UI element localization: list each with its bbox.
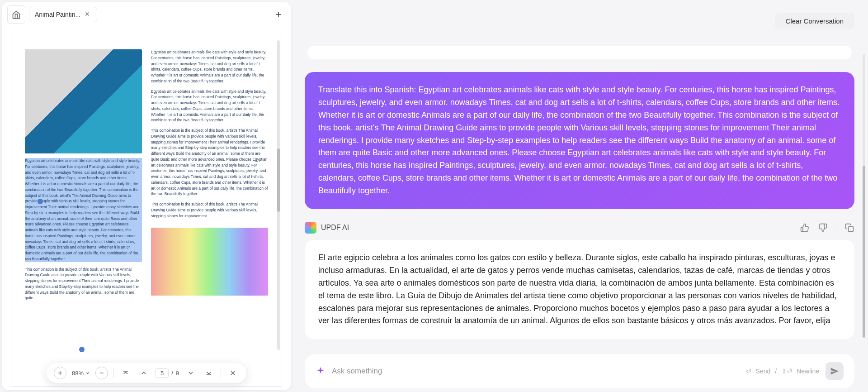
ai-name-label: UPDF AI bbox=[321, 224, 349, 232]
thumbs-up-icon bbox=[800, 223, 809, 232]
enter-key-icon: ⏎ bbox=[746, 368, 751, 375]
selection-handle-end[interactable] bbox=[79, 347, 85, 352]
shift-enter-key-icon: ⇧⏎ bbox=[781, 368, 792, 375]
chevron-up-icon bbox=[140, 369, 147, 377]
copy-icon bbox=[845, 223, 854, 232]
chat-scroll-area[interactable]: Translate this into Spanish: Egyptian ar… bbox=[302, 37, 857, 347]
scrollbar-thumb[interactable] bbox=[863, 166, 865, 338]
document-text[interactable]: Egyptian art celebrates animals like cat… bbox=[151, 89, 268, 124]
chat-input-bar: ⏎ Send / ⇧⏎ Newline bbox=[305, 354, 854, 388]
pdf-panel: Animal Paintin... + Egyptian art celebra… bbox=[2, 2, 291, 390]
chat-input[interactable] bbox=[332, 367, 740, 376]
zoom-out-button[interactable] bbox=[95, 367, 108, 379]
chevron-down-icon bbox=[85, 371, 90, 375]
close-icon bbox=[229, 369, 236, 377]
document-viewport[interactable]: Egyptian art celebrates animals like cat… bbox=[11, 31, 282, 387]
scrollbar-thumb[interactable] bbox=[277, 148, 280, 212]
prev-page-button[interactable] bbox=[137, 367, 150, 379]
thumbs-up-button[interactable] bbox=[800, 223, 810, 233]
clear-conversation-button[interactable]: Clear Conversation bbox=[775, 13, 854, 29]
document-text-highlighted[interactable]: Egyptian art celebrates animals like cat… bbox=[25, 158, 142, 262]
selection-handle-start[interactable] bbox=[38, 199, 43, 204]
add-tab-button[interactable]: + bbox=[271, 7, 286, 22]
zoom-in-button[interactable] bbox=[54, 367, 66, 379]
chat-scrollbar[interactable] bbox=[863, 54, 865, 338]
chat-topbar: Clear Conversation bbox=[302, 4, 857, 29]
close-toolbar-button[interactable] bbox=[226, 367, 239, 379]
send-button[interactable] bbox=[826, 362, 844, 380]
thumbs-down-button[interactable] bbox=[818, 223, 828, 233]
document-column-left: Egyptian art celebrates animals like cat… bbox=[25, 49, 142, 368]
page-indicator: 5 / 9 bbox=[156, 368, 179, 378]
plus-icon bbox=[57, 370, 63, 376]
pdf-toolbar: 88% 5 / 9 bbox=[47, 363, 246, 383]
home-button[interactable] bbox=[7, 5, 25, 24]
document-image-elephant bbox=[25, 49, 142, 153]
sparkle-icon bbox=[316, 366, 326, 376]
home-icon bbox=[12, 10, 21, 19]
thumbs-down-icon bbox=[818, 223, 827, 232]
next-page-button[interactable] bbox=[184, 367, 197, 379]
separator bbox=[836, 223, 836, 231]
chevron-down-icon bbox=[187, 369, 194, 377]
last-page-button[interactable] bbox=[203, 367, 215, 379]
user-message: Translate this into Spanish: Egyptian ar… bbox=[305, 72, 854, 209]
separator bbox=[113, 368, 114, 378]
total-pages: 9 bbox=[176, 370, 179, 377]
previous-message-fragment bbox=[307, 46, 852, 59]
send-icon bbox=[830, 367, 839, 376]
separator bbox=[221, 368, 221, 378]
current-page-input[interactable]: 5 bbox=[156, 368, 169, 378]
document-column-right: Egyptian art celebrates animals like cat… bbox=[151, 49, 268, 368]
ai-header: UPDF AI bbox=[305, 222, 854, 234]
close-icon bbox=[84, 11, 90, 17]
document-tab[interactable]: Animal Paintin... bbox=[29, 7, 97, 22]
document-text[interactable]: This combination is the subject of this … bbox=[151, 128, 268, 197]
chevron-bottom-icon bbox=[205, 369, 212, 377]
copy-button[interactable] bbox=[844, 223, 854, 233]
document-text[interactable]: This combination is the subject of this … bbox=[151, 201, 268, 219]
svg-rect-0 bbox=[849, 227, 854, 232]
updf-ai-logo-icon bbox=[305, 222, 316, 234]
chat-panel: Clear Conversation Translate this into S… bbox=[302, 2, 866, 390]
ai-message: El arte egipcio celebra a los animales c… bbox=[305, 240, 854, 339]
first-page-button[interactable] bbox=[119, 367, 132, 379]
ai-spark-icon bbox=[316, 366, 326, 376]
ai-actions bbox=[800, 223, 854, 233]
ai-message-block: UPDF AI El arte egipcio celebra a los an… bbox=[305, 222, 854, 339]
document-image-pencils bbox=[151, 228, 268, 296]
input-hints: ⏎ Send / ⇧⏎ Newline bbox=[746, 368, 819, 375]
zoom-level[interactable]: 88% bbox=[72, 370, 90, 377]
minus-icon bbox=[99, 370, 105, 376]
document-text[interactable]: Egyptian art celebrates animals like cat… bbox=[151, 49, 268, 84]
tab-title: Animal Paintin... bbox=[35, 11, 80, 18]
close-tab-button[interactable] bbox=[84, 11, 91, 18]
document-scrollbar[interactable] bbox=[277, 40, 280, 350]
chevron-top-icon bbox=[122, 369, 129, 377]
tab-bar: Animal Paintin... + bbox=[2, 2, 291, 27]
document-text[interactable]: This combination is the subject of this … bbox=[25, 267, 142, 301]
